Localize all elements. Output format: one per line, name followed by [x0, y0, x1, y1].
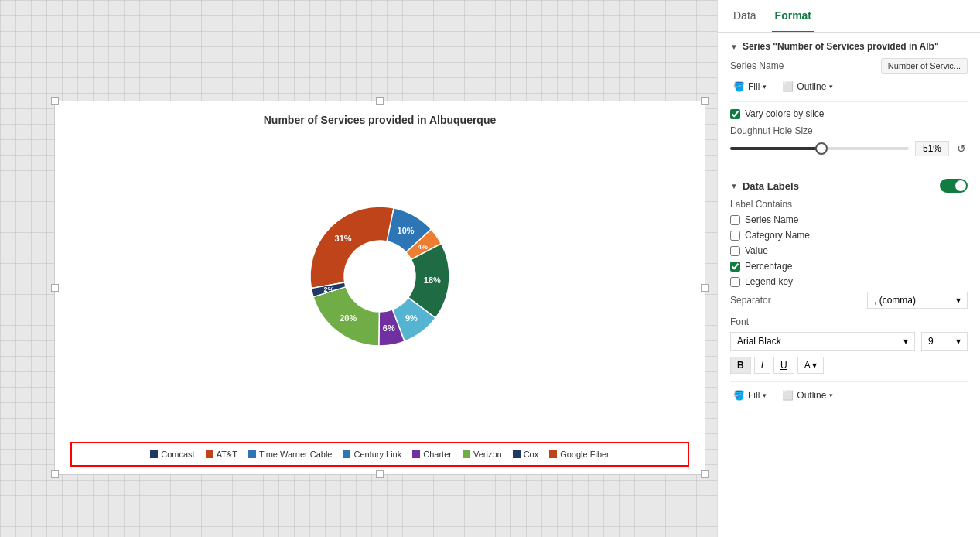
- legend-key-checkbox-row: Legend key: [730, 276, 968, 287]
- svg-text:10%: 10%: [398, 226, 415, 235]
- series-name-cb-label: Series Name: [745, 214, 798, 225]
- category-name-cb-label: Category Name: [745, 230, 810, 241]
- slider-row: 51% ↺: [730, 141, 968, 156]
- donut-chart[interactable]: 31%10%4%18%9%6%20%2%: [256, 160, 504, 392]
- outline-button-2[interactable]: ⬜ Outline ▾: [779, 388, 836, 402]
- value-cb-label: Value: [745, 245, 768, 256]
- right-panel: Data Format ▼ Series "Number of Services…: [717, 0, 980, 537]
- vary-colors-row: Vary colors by slice: [730, 108, 968, 119]
- svg-text:6%: 6%: [383, 323, 395, 333]
- legend-item-cl: Century Link: [343, 450, 401, 459]
- doughnut-hole-label: Doughnut Hole Size: [730, 125, 968, 136]
- underline-button[interactable]: U: [773, 357, 794, 374]
- handle-mr[interactable]: [701, 284, 709, 292]
- legend-label-gf: Google Fiber: [560, 450, 610, 459]
- category-name-checkbox[interactable]: [730, 231, 740, 241]
- legend-item-att: AT&T: [206, 450, 237, 459]
- svg-text:2%: 2%: [323, 286, 333, 293]
- donut-wrapper: 31%10%4%18%9%6%20%2%: [55, 132, 705, 420]
- font-size-dropdown[interactable]: 9 ▾: [921, 332, 968, 351]
- legend-label-charter: Charter: [423, 450, 452, 459]
- slider-track[interactable]: [730, 147, 909, 150]
- label-contains-label: Label Contains: [730, 199, 968, 210]
- chart-legend: Comcast AT&T Time Warner Cable Century L…: [70, 442, 689, 467]
- series-name-checkbox[interactable]: [730, 215, 740, 225]
- fill-label-2: Fill: [748, 390, 760, 401]
- legend-item-comcast: Comcast: [150, 450, 194, 459]
- outline-button[interactable]: ⬜ Outline ▾: [779, 80, 836, 94]
- panel-body: ▼ Series "Number of Services provided in…: [718, 33, 980, 537]
- handle-bl[interactable]: [51, 470, 59, 478]
- font-family-dropdown[interactable]: Arial Black ▾: [730, 332, 915, 351]
- handle-tr[interactable]: [701, 97, 709, 105]
- slider-fill: [730, 147, 821, 150]
- outline-icon-2: ⬜: [782, 390, 794, 401]
- separator-dropdown[interactable]: , (comma) ▾: [867, 292, 968, 309]
- data-labels-title[interactable]: ▼ Data Labels: [730, 180, 799, 192]
- svg-text:31%: 31%: [335, 234, 352, 243]
- slider-thumb[interactable]: [815, 142, 828, 155]
- series-name-row: Series Name Number of Servic...: [730, 58, 968, 74]
- doughnut-hole-section: Doughnut Hole Size 51% ↺: [730, 125, 968, 156]
- legend-color-charter: [412, 450, 420, 458]
- font-section: Font Arial Black ▾ 9 ▾ B I U A ▾: [730, 316, 968, 374]
- series-header-text: Series "Number of Services provided in A…: [743, 41, 939, 52]
- svg-text:20%: 20%: [340, 313, 357, 323]
- outline-dropdown-icon: ▾: [829, 83, 833, 91]
- divider-2: [730, 166, 968, 166]
- legend-color-comcast: [150, 450, 158, 458]
- reset-button[interactable]: ↺: [955, 141, 968, 156]
- legend-item-twc: Time Warner Cable: [248, 450, 333, 459]
- handle-tc[interactable]: [376, 97, 384, 105]
- series-chevron-icon: ▼: [730, 43, 738, 51]
- data-labels-chevron-icon: ▼: [730, 182, 738, 190]
- legend-label-verizon: Verizon: [473, 450, 502, 459]
- italic-button[interactable]: I: [754, 357, 770, 374]
- handle-bc[interactable]: [376, 470, 384, 478]
- value-checkbox-row: Value: [730, 245, 968, 256]
- fill-dropdown-icon: ▾: [763, 83, 767, 91]
- series-header[interactable]: ▼ Series "Number of Services provided in…: [730, 33, 968, 58]
- outline-label-2: Outline: [797, 390, 826, 401]
- fill-icon: 🪣: [733, 81, 745, 92]
- series-name-value: Number of Servic...: [881, 58, 968, 74]
- legend-key-checkbox[interactable]: [730, 277, 740, 287]
- handle-tl[interactable]: [51, 97, 59, 105]
- series-name-label: Series Name: [730, 60, 784, 71]
- tab-data[interactable]: Data: [730, 0, 760, 32]
- fill-icon-2: 🪣: [733, 390, 745, 401]
- legend-key-cb-label: Legend key: [745, 276, 793, 287]
- legend-label-cox: Cox: [524, 450, 539, 459]
- fill-button[interactable]: 🪣 Fill ▾: [730, 80, 770, 94]
- legend-color-cox: [513, 450, 521, 458]
- divider-3: [730, 381, 968, 382]
- percentage-checkbox[interactable]: [730, 262, 740, 272]
- fill-button-2[interactable]: 🪣 Fill ▾: [730, 388, 770, 402]
- handle-br[interactable]: [701, 470, 709, 478]
- fill-outline-toolbar: 🪣 Fill ▾ ⬜ Outline ▾: [730, 80, 968, 94]
- separator-dropdown-icon: ▾: [956, 295, 961, 306]
- legend-color-cl: [343, 450, 350, 458]
- bold-button[interactable]: B: [730, 357, 751, 374]
- font-size-dropdown-icon: ▾: [956, 336, 961, 347]
- legend-item-charter: Charter: [412, 450, 452, 459]
- slider-value[interactable]: 51%: [915, 141, 949, 156]
- svg-text:9%: 9%: [405, 313, 418, 323]
- font-color-button[interactable]: A ▾: [797, 357, 825, 374]
- chart-title: Number of Services provided in Albuquerq…: [55, 101, 705, 132]
- handle-ml[interactable]: [51, 284, 59, 292]
- font-family-dropdown-icon: ▾: [903, 336, 908, 347]
- data-labels-label: Data Labels: [743, 180, 799, 192]
- tab-format[interactable]: Format: [772, 0, 814, 32]
- data-labels-toggle[interactable]: [940, 179, 968, 193]
- fill-outline-toolbar-2: 🪣 Fill ▾ ⬜ Outline ▾: [730, 388, 968, 402]
- legend-item-cox: Cox: [513, 450, 539, 459]
- vary-colors-checkbox[interactable]: [730, 109, 740, 119]
- fill-label: Fill: [748, 81, 760, 92]
- value-checkbox[interactable]: [730, 246, 740, 256]
- category-name-checkbox-row: Category Name: [730, 230, 968, 241]
- chart-container[interactable]: Number of Services provided in Albuquerq…: [54, 101, 705, 475]
- separator-value: , (comma): [874, 295, 916, 306]
- percentage-checkbox-row: Percentage: [730, 261, 968, 272]
- vary-colors-label: Vary colors by slice: [745, 108, 824, 119]
